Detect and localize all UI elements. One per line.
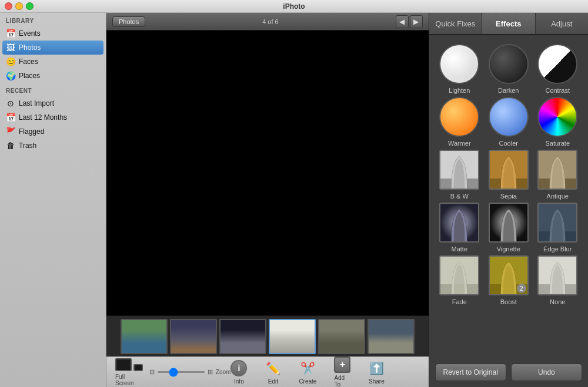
bw-label: B & W (450, 193, 469, 200)
window-controls[interactable] (5, 2, 34, 10)
filmstrip-thumb-1[interactable] (121, 319, 168, 354)
effect-sepia[interactable]: Sepia (489, 150, 529, 200)
sidebar-item-events[interactable]: 📅 Events (0, 26, 106, 41)
photos-button[interactable]: Photos (112, 16, 145, 27)
contrast-label: Contrast (545, 87, 570, 94)
sidebar-item-places-label: Places (19, 72, 40, 80)
none-thumb[interactable] (537, 255, 577, 295)
effect-edge-blur[interactable]: Edge Blur (537, 203, 577, 253)
bw-thumb[interactable] (439, 150, 479, 190)
faces-icon: 😊 (6, 57, 15, 66)
sidebar-item-faces[interactable]: 😊 Faces (0, 55, 106, 69)
filmstrip-thumb-5[interactable] (318, 319, 365, 354)
effect-bw[interactable]: B & W (439, 150, 479, 200)
effect-row-2: Warmer Cooler Saturate (435, 97, 582, 147)
filmstrip-thumb-3[interactable] (219, 319, 266, 354)
vignette-thumb[interactable] (489, 203, 529, 243)
edit-tool[interactable]: ✏️ Edit (265, 360, 281, 385)
tab-quick-fixes[interactable]: Quick Fixes (429, 13, 482, 34)
effect-none[interactable]: None (537, 255, 577, 305)
sidebar-item-trash[interactable]: 🗑 Trash (0, 139, 106, 153)
effect-vignette[interactable]: Vignette (489, 203, 529, 253)
effect-antique[interactable]: Antique (537, 150, 577, 200)
photo-display (106, 31, 429, 315)
antique-thumb[interactable] (537, 150, 577, 190)
sidebar-item-last-12-months[interactable]: 📅 Last 12 Months (0, 110, 106, 124)
sidebar-item-photos-label: Photos (19, 43, 41, 52)
minimize-button[interactable] (15, 2, 23, 10)
close-button[interactable] (5, 2, 12, 10)
effect-boost[interactable]: 2 Boost (489, 255, 529, 305)
effect-saturate[interactable]: Saturate (537, 97, 577, 147)
boost-thumb[interactable]: 2 (489, 255, 529, 295)
effect-lighten[interactable]: Lighten (439, 44, 479, 94)
last-import-icon: ⊙ (6, 99, 15, 108)
sepia-thumb[interactable] (489, 150, 529, 190)
maximize-button[interactable] (26, 2, 34, 10)
fullscreen-button[interactable]: Full Screen (115, 358, 143, 386)
create-label: Create (299, 378, 316, 385)
contrast-circle[interactable] (537, 44, 577, 84)
sidebar-item-trash-label: Trash (19, 142, 36, 150)
right-panel: Quick Fixes Effects Adjust Lighten Darke… (429, 13, 588, 387)
add-to-tool[interactable]: + Add To (334, 356, 350, 387)
add-to-icon: + (334, 356, 350, 373)
bottom-left: Full Screen ⊟ ⊞ Zoom (115, 358, 230, 386)
effect-row-1: Lighten Darken Contrast (435, 44, 582, 94)
effect-contrast[interactable]: Contrast (537, 44, 577, 94)
effect-warmer[interactable]: Warmer (439, 97, 479, 147)
warmer-circle[interactable] (439, 97, 479, 137)
warmer-label: Warmer (448, 140, 471, 147)
fullscreen-icon-small (133, 364, 143, 371)
effect-cooler[interactable]: Cooler (489, 97, 529, 147)
tab-bar: Quick Fixes Effects Adjust (429, 13, 588, 35)
filmstrip-thumb-4[interactable] (269, 319, 316, 354)
zoom-label: Zoom (216, 369, 231, 375)
revert-button[interactable]: Revert to Original (435, 364, 506, 381)
effect-row-4: Matte (435, 203, 582, 253)
panel-buttons: Revert to Original Undo (429, 358, 588, 387)
tab-effects[interactable]: Effects (482, 13, 535, 34)
tab-adjust[interactable]: Adjust (536, 13, 588, 34)
prev-button[interactable]: ◀ (396, 15, 409, 28)
effects-panel: Lighten Darken Contrast Warmer (429, 35, 588, 358)
antique-label: Antique (547, 193, 569, 200)
zoom-slider[interactable] (158, 371, 205, 373)
effect-darken[interactable]: Darken (489, 44, 529, 94)
saturate-circle[interactable] (537, 97, 577, 137)
sidebar-item-last-12-months-label: Last 12 Months (19, 113, 67, 122)
zoom-area: ⊟ ⊞ Zoom (149, 368, 231, 376)
create-tool[interactable]: ✂️ Create (299, 360, 316, 385)
fullscreen-icon (115, 358, 132, 371)
effect-row-3: B & W Sepia (435, 150, 582, 200)
sidebar-item-flagged[interactable]: 🚩 Flagged (0, 124, 106, 139)
next-button[interactable]: ▶ (410, 15, 423, 28)
fade-thumb[interactable] (439, 255, 479, 295)
effect-matte[interactable]: Matte (439, 203, 479, 253)
edit-icon: ✏️ (265, 360, 281, 376)
sidebar-item-places[interactable]: 🌍 Places (0, 69, 106, 83)
darken-circle[interactable] (489, 44, 529, 84)
matte-thumb[interactable] (439, 203, 479, 243)
places-icon: 🌍 (6, 71, 15, 80)
filmstrip (106, 315, 429, 356)
filmstrip-thumb-2[interactable] (170, 319, 217, 354)
bottom-center: i Info ✏️ Edit ✂️ Create + Add To (230, 356, 385, 387)
sidebar: LIBRARY 📅 Events 🖼 Photos 😊 Faces 🌍 Plac… (0, 13, 106, 387)
sidebar-item-last-import[interactable]: ⊙ Last Import (0, 96, 106, 110)
share-label: Share (369, 378, 385, 385)
effect-fade[interactable]: Fade (439, 255, 479, 305)
info-label: Info (234, 378, 244, 385)
undo-button[interactable]: Undo (511, 364, 582, 381)
lighten-circle[interactable] (439, 44, 479, 84)
bottom-toolbar: Full Screen ⊟ ⊞ Zoom i Info ✏️ E (106, 356, 429, 387)
boost-label: Boost (500, 298, 517, 305)
edge-blur-thumb[interactable] (537, 203, 577, 243)
filmstrip-thumb-6[interactable] (368, 319, 415, 354)
share-tool[interactable]: ⬆️ Share (368, 360, 385, 385)
recent-section-label: RECENT (0, 83, 106, 96)
last-12-months-icon: 📅 (6, 113, 15, 122)
sidebar-item-photos[interactable]: 🖼 Photos (2, 41, 103, 55)
cooler-circle[interactable] (489, 97, 529, 137)
info-tool[interactable]: i Info (230, 360, 247, 385)
